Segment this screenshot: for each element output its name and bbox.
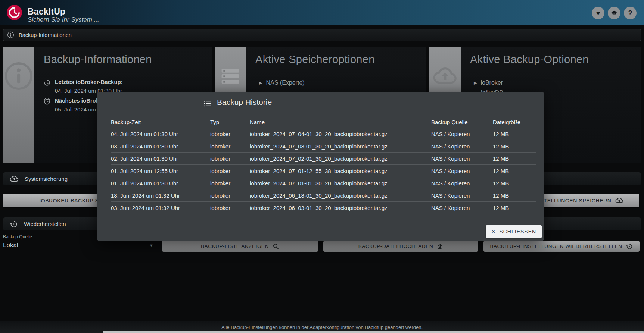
close-dialog-button[interactable]: × SCHLIESSEN xyxy=(486,225,542,238)
cell-type: iobroker xyxy=(210,131,250,137)
cell-time: 02. Juli 2024 um 01:30 Uhr xyxy=(111,155,210,162)
upload-backup-file-button[interactable]: BACKUP-DATEI HOCHLADEN xyxy=(323,241,478,252)
question-mark-icon: ? xyxy=(628,10,632,16)
column-header: Typ xyxy=(210,119,250,125)
restore-icon xyxy=(9,220,18,229)
info-icon xyxy=(3,61,34,91)
cell-type: iobroker xyxy=(210,192,250,199)
donate-button[interactable]: ♥ xyxy=(592,7,604,19)
table-row: 03. Juni 2024 um 01:32 Uhr iobroker iobr… xyxy=(111,202,536,214)
section-label: Systemsicherung xyxy=(25,176,68,182)
cell-name: iobroker_2024_07_01-12_55_38_backupiobro… xyxy=(250,168,431,174)
cell-size: 12 MB xyxy=(493,131,536,137)
close-button-label: SCHLIESSEN xyxy=(499,229,536,235)
cell-source: NAS / Kopieren xyxy=(431,143,493,150)
expand-icon: ▶ xyxy=(474,81,477,85)
history-icon xyxy=(43,79,51,87)
cell-name: iobroker_2024_07_03-01_30_20_backupiobro… xyxy=(250,143,431,150)
cell-size: 12 MB xyxy=(493,143,536,150)
last-backup-label: Letztes ioBroker-Backup: xyxy=(55,79,123,85)
column-header: Backup-Zeit xyxy=(111,119,210,125)
cell-name: iobroker_2024_07_04-01_30_20_backupiobro… xyxy=(250,131,431,137)
footer-note: Alle Backup-Einstellungen können in der … xyxy=(221,324,423,330)
info-icon xyxy=(7,31,14,38)
card-title: Aktive Speicheroptionen xyxy=(255,53,375,66)
list-icon xyxy=(218,64,243,88)
cell-source: NAS / Kopieren xyxy=(431,131,493,137)
table-row: 18. Juni 2024 um 01:32 Uhr iobroker iobr… xyxy=(111,189,536,202)
card-title: Aktive Backup-Optionen xyxy=(470,53,589,66)
column-header: Dateigröße xyxy=(493,119,536,125)
column-header: Backup Quelle xyxy=(431,119,493,125)
table-row: 01. Juli 2024 um 01:30 Uhr iobroker iobr… xyxy=(111,177,536,189)
help-button[interactable]: ? xyxy=(624,7,637,19)
button-label: BACKUP-LISTE ANZEIGEN xyxy=(201,244,269,249)
cell-source: NAS / Kopieren xyxy=(431,155,493,162)
cloud-upload-icon xyxy=(615,196,624,205)
cloud-upload-icon xyxy=(9,174,19,184)
dialog-title: Backup Historie xyxy=(217,98,272,107)
cell-time: 03. Juni 2024 um 01:32 Uhr xyxy=(111,205,210,211)
cell-size: 12 MB xyxy=(493,192,536,199)
backup-source-select[interactable]: Lokal ▼ xyxy=(3,240,159,251)
list-icon xyxy=(203,99,212,108)
cell-name: iobroker_2024_07_01-01_30_20_backupiobro… xyxy=(250,180,431,186)
card-strip xyxy=(3,47,34,163)
app-title: BackItUp xyxy=(28,7,65,17)
restore-settings-button[interactable]: BACKITUP-EINSTELLUNGEN WIEDERHERSTELLEN xyxy=(483,241,640,252)
show-backup-list-button[interactable]: BACKUP-LISTE ANZEIGEN xyxy=(162,241,318,252)
table-row: 01. Juli 2024 um 12:55 Uhr iobroker iobr… xyxy=(111,165,536,177)
cell-time: 01. Juli 2024 um 12:55 Uhr xyxy=(111,168,210,174)
table-row: 03. Juli 2024 um 01:30 Uhr iobroker iobr… xyxy=(111,140,536,153)
horizontal-scrollbar[interactable] xyxy=(103,331,644,333)
chevron-down-icon: ▼ xyxy=(149,243,153,248)
backup-option-label: ioBroker xyxy=(480,79,503,86)
cell-type: iobroker xyxy=(210,180,250,186)
cell-source: NAS / Kopieren xyxy=(431,180,493,186)
backup-source-label: Backup Quelle xyxy=(3,234,32,239)
section-label: Wiederherstellen xyxy=(24,221,66,227)
backup-history-table: Backup-Zeit Typ Name Backup Quelle Datei… xyxy=(111,116,536,214)
storage-option-nas[interactable]: ▶ NAS (Experte) xyxy=(259,79,305,86)
app-header: BackItUp Sichern Sie Ihr System ... ♥ ? xyxy=(0,0,644,25)
graduation-cap-icon xyxy=(610,9,618,17)
cell-time: 04. Juli 2024 um 01:30 Uhr xyxy=(111,131,210,137)
cell-type: iobroker xyxy=(210,155,250,162)
cell-size: 12 MB xyxy=(493,168,536,174)
restore-icon xyxy=(626,243,633,250)
cloud-upload-icon xyxy=(432,63,458,90)
table-row: 04. Juli 2024 um 01:30 Uhr iobroker iobr… xyxy=(111,128,536,140)
close-icon: × xyxy=(491,228,496,235)
expand-icon: ▶ xyxy=(259,81,262,85)
cell-time: 18. Juni 2024 um 01:32 Uhr xyxy=(111,192,210,199)
cell-source: NAS / Kopieren xyxy=(431,168,493,174)
backitup-logo-icon xyxy=(7,5,22,20)
info-bar-label: Backup-Informationen xyxy=(19,32,72,38)
backup-history-dialog: Backup Historie Backup-Zeit Typ Name Bac… xyxy=(97,92,544,241)
column-header: Name xyxy=(250,119,431,125)
cell-size: 12 MB xyxy=(493,180,536,186)
app-subtitle: Sichern Sie Ihr System ... xyxy=(28,16,99,23)
button-label: BACKITUP-EINSTELLUNGEN WIEDERHERSTELLEN xyxy=(490,244,622,249)
backup-informationen-bar: Backup-Informationen xyxy=(3,29,641,41)
cell-source: NAS / Kopieren xyxy=(431,205,493,211)
backup-option-iobroker[interactable]: ▶ ioBroker xyxy=(474,79,503,86)
cell-time: 03. Juli 2024 um 01:30 Uhr xyxy=(111,143,210,150)
upload-icon xyxy=(436,243,443,250)
card-title: Backup-Informationen xyxy=(44,53,152,66)
backup-source-value: Lokal xyxy=(3,242,18,249)
cell-type: iobroker xyxy=(210,143,250,150)
cell-source: NAS / Kopieren xyxy=(431,192,493,199)
button-label: BACKUP-DATEI HOCHLADEN xyxy=(358,244,433,249)
table-row: 02. Juli 2024 um 01:30 Uhr iobroker iobr… xyxy=(111,153,536,165)
storage-option-label: NAS (Experte) xyxy=(266,79,304,86)
search-icon xyxy=(272,243,279,250)
cell-name: iobroker_2024_07_02-01_30_20_backupiobro… xyxy=(250,155,431,162)
cell-type: iobroker xyxy=(210,205,250,211)
cell-type: iobroker xyxy=(210,168,250,174)
cell-size: 12 MB xyxy=(493,205,536,211)
backitup-app: BackItUp Sichern Sie Ihr System ... ♥ ? … xyxy=(0,0,644,333)
documentation-button[interactable] xyxy=(608,7,620,19)
cell-name: iobroker_2024_06_18-01_30_20_backupiobro… xyxy=(250,192,431,199)
table-header-row: Backup-Zeit Typ Name Backup Quelle Datei… xyxy=(111,116,536,128)
